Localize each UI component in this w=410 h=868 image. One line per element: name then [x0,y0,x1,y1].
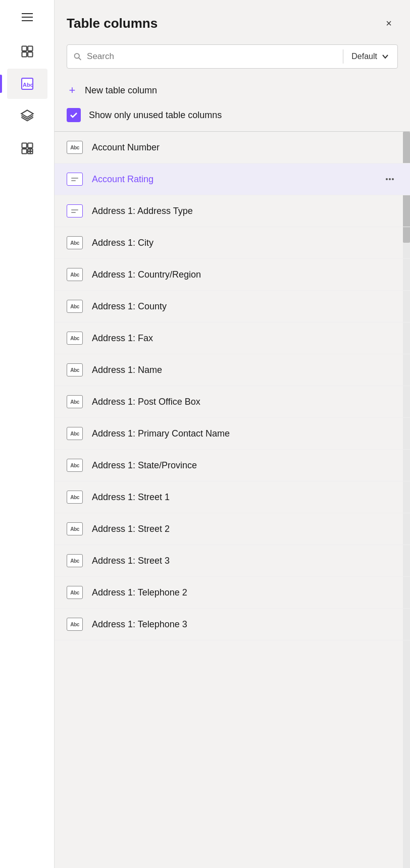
checkmark-icon [69,111,78,120]
column-name: Account Rating [92,174,382,185]
svg-point-14 [75,53,79,58]
text-icon: Abc [67,332,83,345]
panel-header: Table columns × [67,14,398,32]
more-options-button[interactable] [382,176,398,182]
svg-rect-9 [22,149,26,153]
sidebar-item-dashboard[interactable] [7,36,47,67]
svg-rect-13 [30,149,32,151]
column-item-address1-pobox[interactable]: AbcAddress 1: Post Office Box [55,386,410,418]
column-name: Address 1: Address Type [92,206,398,216]
column-item-address1-country[interactable]: AbcAddress 1: Country/Region [55,259,410,291]
svg-line-15 [79,58,81,60]
column-item-address1-street1[interactable]: AbcAddress 1: Street 1 [55,481,410,513]
text-icon: Abc [67,618,83,631]
close-button[interactable]: × [380,14,398,32]
text-icon: Abc [67,586,83,599]
column-item-address1-type[interactable]: Address 1: Address Type [55,195,410,227]
text-icon: Abc [67,236,83,249]
choice-icon [67,173,83,186]
column-name: Address 1: County [92,301,398,312]
column-item-address1-street2[interactable]: AbcAddress 1: Street 2 [55,513,410,545]
sidebar-item-components[interactable] [7,133,47,164]
svg-rect-7 [22,143,26,148]
column-name: Address 1: Fax [92,333,398,344]
text-icon: Abc [67,427,83,440]
components-icon [20,141,34,155]
column-name: Account Number [92,142,398,153]
column-item-address1-fax[interactable]: AbcAddress 1: Fax [55,322,410,354]
panel-title: Table columns [67,16,158,31]
text-icon: Abc [67,459,83,472]
column-name: Address 1: Telephone 2 [92,587,398,598]
svg-text:Abc: Abc [23,82,33,88]
hamburger-button[interactable] [16,6,38,28]
column-item-address1-state[interactable]: AbcAddress 1: State/Province [55,450,410,481]
text-icon: Abc [67,268,83,281]
search-input-wrap [67,51,343,62]
column-name: Address 1: Post Office Box [92,397,398,407]
layers-icon [20,109,34,123]
svg-rect-3 [28,52,32,57]
text-icon: Abc [67,491,83,504]
svg-rect-0 [22,46,26,51]
show-unused-checkbox[interactable] [67,108,81,122]
column-name: Address 1: Telephone 3 [92,619,398,630]
column-name: Address 1: Name [92,365,398,375]
text-icon: Abc [67,141,83,154]
column-items-container: AbcAccount Number Account Rating Address… [55,132,410,640]
column-item-address1-tel2[interactable]: AbcAddress 1: Telephone 2 [55,577,410,609]
column-item-address1-name[interactable]: AbcAddress 1: Name [55,354,410,386]
text-icon: Abc [67,300,83,313]
column-item-account-number[interactable]: AbcAccount Number [55,132,410,164]
plus-icon: + [67,85,78,96]
column-name: Address 1: Country/Region [92,269,398,280]
column-name: Address 1: Primary Contact Name [92,428,398,439]
column-item-address1-street3[interactable]: AbcAddress 1: Street 3 [55,545,410,577]
sidebar-item-layers[interactable] [7,101,47,131]
column-item-address1-tel3[interactable]: AbcAddress 1: Telephone 3 [55,609,410,640]
abc-icon: Abc [20,77,34,91]
column-name: Address 1: Street 1 [92,492,398,503]
column-item-address1-primary[interactable]: AbcAddress 1: Primary Contact Name [55,418,410,450]
column-name: Address 1: Street 2 [92,524,398,534]
svg-rect-1 [28,46,32,51]
column-list: AbcAccount Number Account Rating Address… [55,132,410,868]
show-unused-row[interactable]: Show only unused table columns [67,103,398,131]
choice-icon [67,204,83,218]
search-input[interactable] [87,51,337,62]
svg-rect-12 [28,151,30,154]
column-item-address1-county[interactable]: AbcAddress 1: County [55,291,410,322]
column-item-address1-city[interactable]: AbcAddress 1: City [55,227,410,259]
dropdown-label: Default [351,52,377,61]
sidebar-item-abc[interactable]: Abc [7,69,47,99]
text-icon: Abc [67,395,83,408]
new-column-row[interactable]: + New table column [67,78,398,103]
column-item-account-rating[interactable]: Account Rating [55,164,410,195]
show-unused-label: Show only unused table columns [89,110,222,121]
filter-dropdown[interactable]: Default [343,45,397,68]
column-name: Address 1: City [92,238,398,248]
new-column-label: New table column [85,85,157,96]
search-row: Default [67,44,398,69]
dashboard-icon [20,44,34,59]
column-name: Address 1: Street 3 [92,556,398,566]
svg-rect-2 [22,52,26,57]
text-icon: Abc [67,554,83,567]
text-icon: Abc [67,363,83,376]
svg-rect-8 [28,143,32,148]
main-panel: Table columns × Default + New table colu… [55,0,410,868]
sidebar: Abc [0,0,55,868]
chevron-down-icon [381,52,389,61]
column-name: Address 1: State/Province [92,460,398,471]
text-icon: Abc [67,522,83,535]
search-icon [73,52,82,61]
